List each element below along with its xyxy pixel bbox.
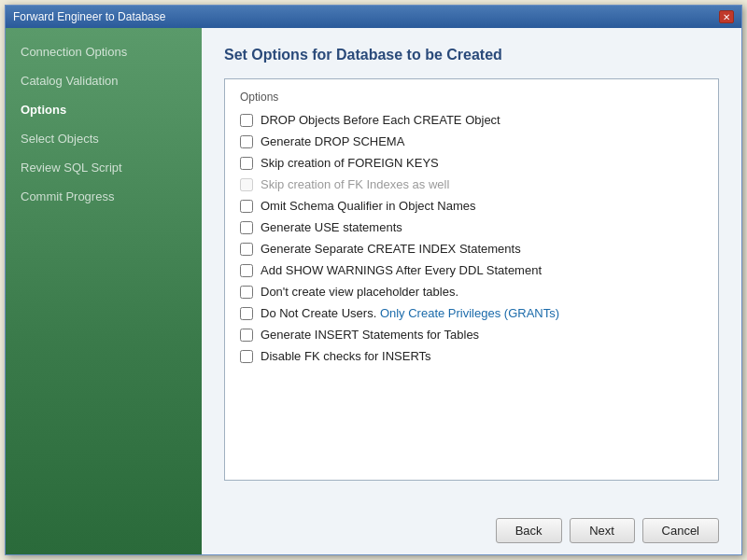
main-window: Forward Engineer to Database ✕ Connectio… <box>5 5 742 555</box>
options-section-label: Options <box>240 91 703 104</box>
option-label-skip-fk-indexes: Skip creation of FK Indexes as well <box>261 177 449 191</box>
checkbox-no-view-placeholder[interactable] <box>240 286 253 299</box>
next-button[interactable]: Next <box>570 518 635 543</box>
sidebar-item-select-objects[interactable]: Select Objects <box>6 124 202 153</box>
option-link-do-not-create-users[interactable]: Only Create Privileges (GRANTs) <box>380 306 559 320</box>
sidebar-item-catalog-validation[interactable]: Catalog Validation <box>6 66 202 95</box>
option-row-do-not-create-users: Do Not Create Users. Only Create Privile… <box>240 306 703 320</box>
checkbox-generate-use-statements[interactable] <box>240 221 253 234</box>
option-row-generate-drop-schema: Generate DROP SCHEMA <box>240 134 703 148</box>
checkbox-disable-fk-checks[interactable] <box>240 350 253 363</box>
option-row-generate-create-index: Generate Separate CREATE INDEX Statement… <box>240 242 703 256</box>
checkbox-drop-objects[interactable] <box>240 114 253 127</box>
option-row-omit-schema-qualifier: Omit Schema Qualifier in Object Names <box>240 199 703 213</box>
checkbox-do-not-create-users[interactable] <box>240 307 253 320</box>
checkbox-generate-create-index[interactable] <box>240 243 253 256</box>
option-label-generate-use-statements: Generate USE statements <box>261 220 402 234</box>
checkbox-generate-drop-schema[interactable] <box>240 135 253 148</box>
options-list: DROP Objects Before Each CREATE ObjectGe… <box>240 113 703 363</box>
options-box: Options DROP Objects Before Each CREATE … <box>224 78 719 481</box>
option-label-no-view-placeholder: Don't create view placeholder tables. <box>261 285 458 299</box>
option-row-generate-insert: Generate INSERT Statements for Tables <box>240 328 703 342</box>
back-button[interactable]: Back <box>496 518 562 543</box>
title-bar: Forward Engineer to Database ✕ <box>6 6 741 28</box>
option-label-generate-create-index: Generate Separate CREATE INDEX Statement… <box>261 242 521 256</box>
button-bar: Back Next Cancel <box>202 511 741 554</box>
cancel-button[interactable]: Cancel <box>642 518 719 543</box>
sidebar-item-options[interactable]: Options <box>6 95 202 124</box>
option-label-show-warnings: Add SHOW WARNINGS After Every DDL Statem… <box>261 263 542 277</box>
option-row-no-view-placeholder: Don't create view placeholder tables. <box>240 285 703 299</box>
checkbox-skip-fk-indexes[interactable] <box>240 178 253 191</box>
close-button[interactable]: ✕ <box>719 10 734 23</box>
option-label-do-not-create-users: Do Not Create Users. Only Create Privile… <box>261 306 559 320</box>
option-row-show-warnings: Add SHOW WARNINGS After Every DDL Statem… <box>240 263 703 277</box>
sidebar-item-review-sql-script[interactable]: Review SQL Script <box>6 153 202 182</box>
option-row-disable-fk-checks: Disable FK checks for INSERTs <box>240 349 703 363</box>
checkbox-omit-schema-qualifier[interactable] <box>240 200 253 213</box>
option-label-disable-fk-checks: Disable FK checks for INSERTs <box>261 349 431 363</box>
checkbox-show-warnings[interactable] <box>240 264 253 277</box>
sidebar-item-connection-options[interactable]: Connection Options <box>6 37 202 66</box>
checkbox-skip-foreign-keys[interactable] <box>240 157 253 170</box>
page-title: Set Options for Database to be Created <box>224 47 719 63</box>
option-row-skip-fk-indexes: Skip creation of FK Indexes as well <box>240 177 703 191</box>
option-row-drop-objects: DROP Objects Before Each CREATE Object <box>240 113 703 127</box>
option-label-omit-schema-qualifier: Omit Schema Qualifier in Object Names <box>261 199 475 213</box>
sidebar-item-commit-progress[interactable]: Commit Progress <box>6 182 202 211</box>
option-label-drop-objects: DROP Objects Before Each CREATE Object <box>261 113 500 127</box>
option-row-generate-use-statements: Generate USE statements <box>240 220 703 234</box>
sidebar: Connection OptionsCatalog ValidationOpti… <box>6 28 202 554</box>
content-area: Connection OptionsCatalog ValidationOpti… <box>6 28 741 554</box>
window-title: Forward Engineer to Database <box>13 10 165 23</box>
option-row-skip-foreign-keys: Skip creation of FOREIGN KEYS <box>240 156 703 170</box>
option-label-generate-insert: Generate INSERT Statements for Tables <box>261 328 479 342</box>
main-content: Set Options for Database to be Created O… <box>202 28 741 511</box>
option-label-skip-foreign-keys: Skip creation of FOREIGN KEYS <box>261 156 439 170</box>
checkbox-generate-insert[interactable] <box>240 329 253 342</box>
option-label-generate-drop-schema: Generate DROP SCHEMA <box>261 134 404 148</box>
